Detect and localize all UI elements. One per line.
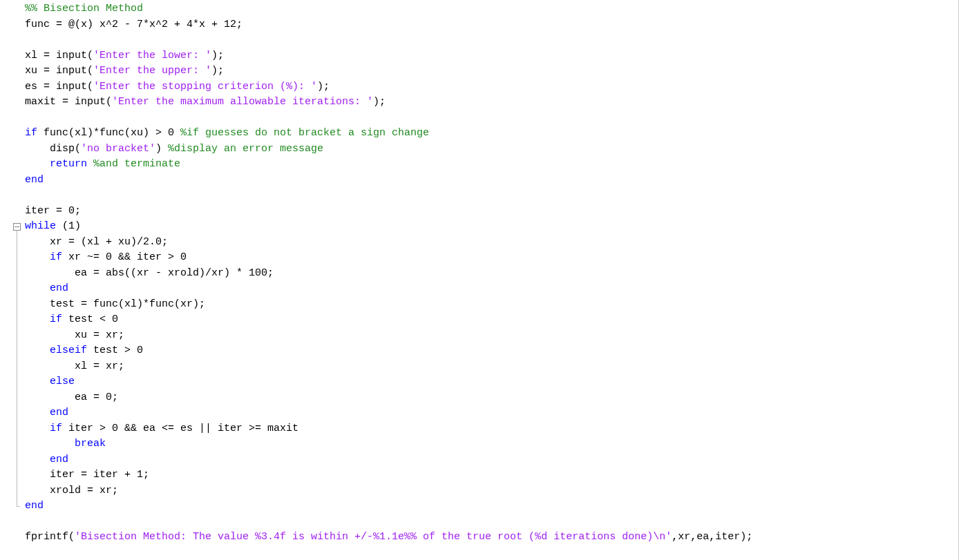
code-line[interactable]: return %and terminate <box>25 157 958 173</box>
code-token: xr = (xl + xu)/2.0; <box>25 236 168 248</box>
code-token: elseif <box>50 345 87 356</box>
fold-end-tick <box>17 506 20 507</box>
code-line[interactable]: xr = (xl + xu)/2.0; <box>25 235 958 251</box>
code-token: disp( <box>25 143 81 155</box>
code-token: end <box>50 407 68 418</box>
code-token: if <box>25 127 37 139</box>
code-token: xrold = xr; <box>25 485 118 496</box>
code-line[interactable]: xrold = xr; <box>25 483 958 499</box>
code-token: iter = 0; <box>25 205 81 217</box>
code-line[interactable]: if xr ~= 0 && iter > 0 <box>25 250 958 266</box>
code-line[interactable]: %% Bisection Method <box>25 1 958 17</box>
code-line[interactable] <box>25 32 958 48</box>
code-token: ); <box>211 50 224 61</box>
code-token: iter > 0 && ea <= es || iter >= maxit <box>62 423 298 434</box>
code-line[interactable]: xl = input('Enter the lower: '); <box>25 48 958 64</box>
code-token: end <box>25 174 44 186</box>
code-token: ea = abs((xr - xrold)/xr) * 100; <box>25 267 274 279</box>
code-token: xu = xr; <box>25 329 124 341</box>
code-token: test > 0 <box>87 345 143 356</box>
code-token: xu = input( <box>25 65 93 77</box>
code-token: xr ~= 0 && iter > 0 <box>62 251 187 263</box>
code-token: 'Bisection Method: The value %3.4f is wi… <box>75 531 672 543</box>
code-token: fprintf( <box>25 531 75 543</box>
code-line[interactable]: else <box>25 374 958 390</box>
code-token: if <box>50 313 62 325</box>
code-line[interactable]: end <box>25 281 958 297</box>
code-line[interactable]: test = func(xl)*func(xr); <box>25 297 958 313</box>
code-line[interactable]: break <box>25 436 958 452</box>
code-line[interactable]: end <box>25 452 958 468</box>
code-token: else <box>50 376 75 387</box>
code-token: return <box>50 158 87 170</box>
fold-collapse-icon[interactable] <box>13 223 21 231</box>
code-token: func(xl)*func(xu) > 0 <box>37 127 180 139</box>
code-token <box>25 376 50 387</box>
fold-guide-line <box>17 231 17 507</box>
code-token <box>25 251 50 263</box>
code-line[interactable]: xu = input('Enter the upper: '); <box>25 64 958 79</box>
code-token: 'Enter the upper: ' <box>93 65 211 77</box>
code-line[interactable]: if func(xl)*func(xu) > 0 %if guesses do … <box>25 126 958 142</box>
code-line[interactable] <box>25 110 958 126</box>
code-token: ); <box>211 65 224 77</box>
code-line[interactable]: end <box>25 499 958 514</box>
code-token <box>25 189 31 201</box>
code-token <box>25 345 50 356</box>
code-line[interactable]: elseif test > 0 <box>25 343 958 359</box>
code-line[interactable]: ea = abs((xr - xrold)/xr) * 100; <box>25 266 958 282</box>
code-line[interactable]: iter = iter + 1; <box>25 467 958 483</box>
code-line[interactable]: fprintf('Bisection Method: The value %3.… <box>25 530 958 545</box>
code-line[interactable]: if test < 0 <box>25 312 958 328</box>
code-token: ) <box>155 143 168 155</box>
code-token: ea = 0; <box>25 392 118 403</box>
code-token: while <box>25 220 56 232</box>
code-token: end <box>50 282 68 294</box>
code-token: test = func(xl)*func(xr); <box>25 298 205 310</box>
code-line[interactable]: iter = 0; <box>25 204 958 220</box>
code-line[interactable]: xl = xr; <box>25 359 958 375</box>
code-token: es = input( <box>25 81 93 93</box>
code-line[interactable]: func = @(x) x^2 - 7*x^2 + 4*x + 12; <box>25 17 958 33</box>
code-line[interactable]: end <box>25 173 958 189</box>
code-token: 'Enter the lower: ' <box>93 50 211 61</box>
code-line[interactable]: xu = xr; <box>25 328 958 344</box>
code-token <box>25 112 31 124</box>
code-token <box>25 423 50 434</box>
code-line[interactable]: maxit = input('Enter the maximum allowab… <box>25 95 958 110</box>
code-line[interactable]: es = input('Enter the stopping criterion… <box>25 79 958 95</box>
code-token <box>25 516 31 528</box>
code-token: (1) <box>56 220 81 232</box>
code-token: break <box>75 438 106 450</box>
fold-gutter <box>0 0 22 560</box>
code-line[interactable] <box>25 514 958 530</box>
code-line[interactable]: disp('no bracket') %display an error mes… <box>25 142 958 157</box>
code-token: xl = input( <box>25 50 93 61</box>
code-token: end <box>50 454 68 465</box>
code-token: test < 0 <box>62 313 118 325</box>
code-line[interactable]: if iter > 0 && ea <= es || iter >= maxit <box>25 421 958 437</box>
code-token: ); <box>317 81 330 93</box>
code-editor[interactable]: %% Bisection Methodfunc = @(x) x^2 - 7*x… <box>22 0 959 560</box>
code-token <box>25 34 31 46</box>
code-token <box>25 282 50 294</box>
code-line[interactable]: ea = 0; <box>25 390 958 406</box>
code-token: maxit = input( <box>25 96 112 108</box>
code-token: 'Enter the stopping criterion (%): ' <box>93 81 317 93</box>
code-line[interactable] <box>25 188 958 204</box>
code-token: %% Bisection Method <box>25 3 143 15</box>
code-token: if <box>50 251 62 263</box>
code-token <box>25 158 50 170</box>
code-token: iter = iter + 1; <box>25 469 149 481</box>
code-token: end <box>25 500 44 512</box>
code-line[interactable]: end <box>25 405 958 421</box>
code-token: xl = xr; <box>25 360 124 372</box>
code-token <box>87 158 93 170</box>
code-token: 'no bracket' <box>81 143 155 155</box>
code-token: if <box>50 423 62 434</box>
code-token: %and terminate <box>93 158 180 170</box>
code-token <box>25 313 50 325</box>
code-line[interactable]: while (1) <box>25 219 958 235</box>
code-token: %display an error message <box>168 143 323 155</box>
code-token: %if guesses do not bracket a sign change <box>180 127 429 139</box>
